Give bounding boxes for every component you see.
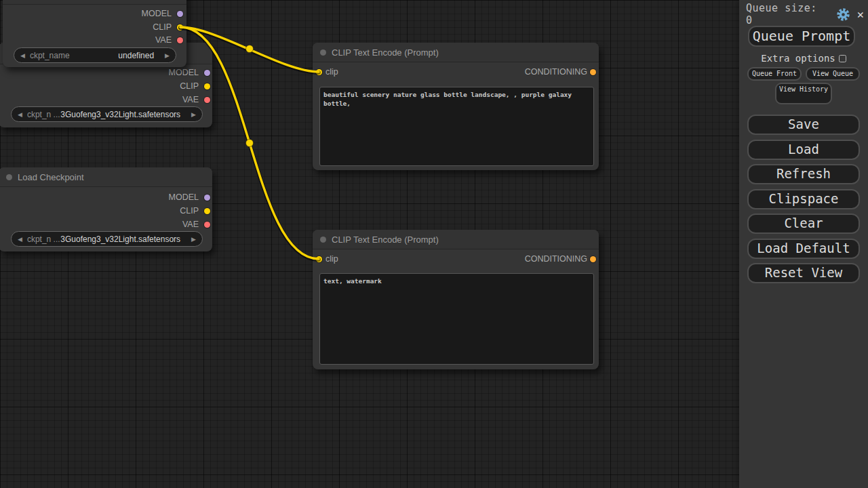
output-dot-vae[interactable]	[204, 222, 210, 228]
combo-value: 3Guofeng3_v32Light.safetensors	[60, 110, 191, 119]
slot-label-conditioning: CONDITIONING	[525, 65, 587, 79]
save-button[interactable]: Save	[747, 115, 860, 135]
input-dot-clip[interactable]	[316, 69, 322, 75]
output-slot-vae[interactable]: VAE	[3, 33, 186, 47]
output-slot-model[interactable]: MODEL	[0, 190, 212, 204]
settings-gear-icon[interactable]	[836, 7, 850, 22]
slot-row: clip CONDITIONING	[313, 252, 599, 266]
combo-value: undefined	[70, 51, 165, 60]
collapse-dot-icon[interactable]	[320, 237, 326, 243]
node-title-bar[interactable]: CLIP Text Encode (Prompt)	[313, 230, 599, 249]
node-title: CLIP Text Encode (Prompt)	[332, 235, 439, 245]
output-dot-model[interactable]	[177, 11, 183, 17]
output-dot-vae[interactable]	[204, 97, 210, 103]
prompt-text-area[interactable]: beautiful scenery nature glass bottle la…	[319, 87, 594, 166]
node-checkpoint-top[interactable]: MODEL CLIP VAE ◀ ckpt_name undefined ▶	[3, 0, 186, 67]
queue-prompt-button[interactable]: Queue Prompt	[748, 26, 855, 47]
ckpt-name-combo[interactable]: ◀ ckpt_n ... 3Guofeng3_v32Light.safetens…	[11, 231, 203, 247]
output-dot-clip[interactable]	[204, 83, 210, 89]
output-dot-clip[interactable]	[204, 208, 210, 214]
refresh-button[interactable]: Refresh	[747, 164, 860, 184]
combo-value: 3Guofeng3_v32Light.safetensors	[60, 235, 191, 244]
menu-button-column: Save Load Refresh Clipspace Clear Load D…	[747, 115, 860, 288]
output-dot-clip[interactable]	[177, 24, 183, 30]
output-slot-clip[interactable]: CLIP	[3, 20, 186, 34]
node-title: Load Checkpoint	[18, 172, 84, 182]
output-slot-vae[interactable]: VAE	[0, 93, 212, 106]
view-queue-button[interactable]: View Queue	[806, 67, 860, 81]
combo-label: ckpt_name	[30, 51, 70, 60]
node-clip-text-encode-positive[interactable]: CLIP Text Encode (Prompt) clip CONDITION…	[313, 43, 599, 170]
menu-header: Queue size: 0 ✕	[746, 6, 864, 22]
slot-label-clip: CLIP	[180, 204, 199, 218]
link-midpoint-dot	[246, 140, 254, 147]
combo-next-icon[interactable]: ▶	[165, 52, 170, 59]
output-slot-clip[interactable]: CLIP	[0, 79, 212, 93]
output-dot-conditioning[interactable]	[590, 256, 596, 262]
slot-label-clip: CLIP	[180, 79, 199, 93]
combo-next-icon[interactable]: ▶	[191, 111, 196, 118]
slot-label-model: MODEL	[142, 7, 172, 20]
view-history-button[interactable]: View History	[775, 83, 832, 104]
slot-label-clip: CLIP	[153, 20, 172, 34]
combo-next-icon[interactable]: ▶	[191, 236, 196, 243]
reset-view-button[interactable]: Reset View	[747, 263, 860, 283]
node-clip-text-encode-negative[interactable]: CLIP Text Encode (Prompt) clip CONDITION…	[313, 230, 599, 369]
load-button[interactable]: Load	[747, 140, 860, 160]
output-dot-model[interactable]	[204, 195, 210, 201]
node-title: CLIP Text Encode (Prompt)	[332, 47, 439, 58]
extra-options-label: Extra options	[761, 53, 835, 64]
collapse-dot-icon[interactable]	[6, 174, 12, 180]
clear-button[interactable]: Clear	[747, 214, 860, 234]
slot-label-clip: clip	[326, 252, 338, 266]
slot-row: clip CONDITIONING	[313, 65, 599, 79]
output-slot-vae[interactable]: VAE	[0, 218, 212, 231]
slot-label-vae: VAE	[155, 33, 172, 47]
output-slot-model[interactable]: MODEL	[0, 66, 212, 79]
node-title-bar[interactable]: Load Checkpoint	[0, 167, 212, 187]
slot-label-vae: VAE	[182, 93, 199, 106]
close-icon[interactable]: ✕	[857, 7, 864, 22]
slot-label-clip: clip	[326, 65, 338, 79]
node-load-checkpoint[interactable]: Load Checkpoint MODEL CLIP VAE ◀ ckpt_n …	[0, 167, 212, 251]
node-graph-canvas[interactable]: MODEL CLIP VAE ◀ ckpt_n ... 3Guofeng3_v3…	[0, 0, 739, 488]
ckpt-name-combo[interactable]: ◀ ckpt_name undefined ▶	[14, 47, 176, 63]
slot-label-model: MODEL	[169, 66, 199, 79]
extra-options-row: Extra options	[739, 53, 868, 64]
output-dot-model[interactable]	[204, 70, 210, 76]
node-title-bar[interactable]: CLIP Text Encode (Prompt)	[313, 43, 599, 62]
output-dot-conditioning[interactable]	[590, 69, 596, 75]
slot-label-vae: VAE	[182, 218, 199, 231]
input-dot-clip[interactable]	[316, 256, 322, 262]
combo-prev-icon[interactable]: ◀	[18, 111, 22, 118]
slot-label-model: MODEL	[169, 190, 199, 204]
queue-size-text: Queue size: 0	[746, 2, 829, 26]
combo-prev-icon[interactable]: ◀	[18, 236, 22, 243]
output-dot-vae[interactable]	[177, 37, 183, 43]
slot-label-conditioning: CONDITIONING	[525, 252, 587, 266]
queue-buttons-row: Queue Front View Queue	[747, 67, 860, 81]
clipspace-button[interactable]: Clipspace	[747, 189, 860, 209]
combo-label: ckpt_n ...	[27, 110, 60, 119]
load-default-button[interactable]: Load Default	[747, 239, 860, 259]
link-midpoint-dot	[246, 45, 254, 53]
combo-label: ckpt_n ...	[27, 235, 60, 244]
output-slot-clip[interactable]: CLIP	[0, 204, 212, 218]
node-title-bar[interactable]	[3, 0, 186, 5]
ckpt-name-combo[interactable]: ◀ ckpt_n ... 3Guofeng3_v32Light.safetens…	[11, 106, 203, 122]
combo-prev-icon[interactable]: ◀	[20, 52, 25, 59]
queue-front-button[interactable]: Queue Front	[747, 67, 802, 81]
prompt-text-area[interactable]: text, watermark	[319, 273, 594, 365]
output-slot-model[interactable]: MODEL	[3, 7, 186, 20]
extra-options-checkbox[interactable]	[839, 55, 846, 62]
comfy-menu-panel: Queue size: 0 ✕ Queue Prompt Extra optio…	[739, 0, 868, 488]
collapse-dot-icon[interactable]	[320, 49, 326, 56]
